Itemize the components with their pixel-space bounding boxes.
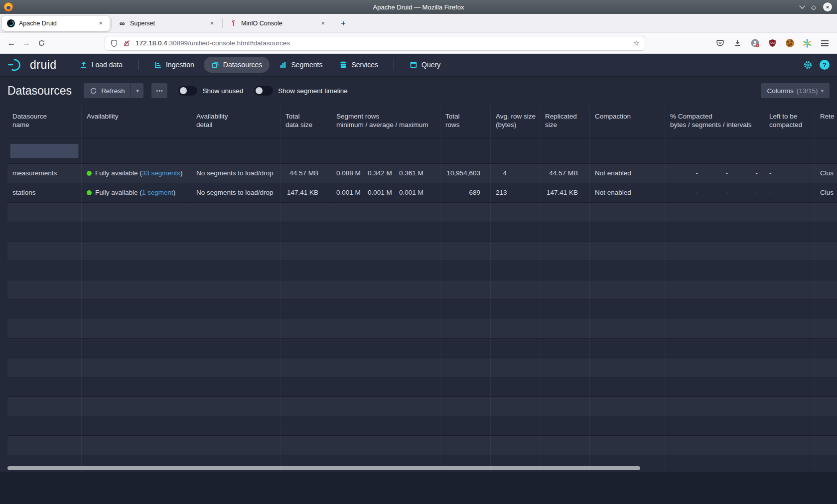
table-cell-empty [665,203,764,222]
more-actions-button[interactable]: ••• [151,83,167,98]
firefox-window: Apache Druid — Mozilla Firefox ◇ × Apach… [0,0,837,504]
column-header-compaction[interactable]: Compaction [590,106,665,138]
table-cell-empty [491,436,540,455]
tab-close-icon[interactable]: × [208,18,216,28]
table-cell-empty [665,300,764,319]
segments-link[interactable]: 33 segments [142,169,180,177]
new-tab-button[interactable]: + [338,18,349,28]
refresh-button[interactable]: Refresh [84,83,131,98]
table-cell-empty [540,319,590,338]
show-segment-timeline-toggle[interactable] [254,86,273,96]
tab-separator [111,18,112,28]
nav-item-load-data[interactable]: Load data [72,57,130,73]
help-icon[interactable]: ? [820,60,830,70]
bookmark-star-icon[interactable]: ☆ [633,39,640,48]
window-close-icon[interactable]: × [823,2,832,11]
table-cell-empty [7,300,82,319]
table-cell-empty [540,378,590,396]
column-header-pct-compacted[interactable]: % Compactedbytes / segments / intervals [665,106,764,138]
ingestion-icon [154,61,162,69]
segments-link[interactable]: 1 segment [142,189,173,196]
table-cell-empty [440,242,491,260]
load-data-icon [80,61,88,69]
column-header-availability-detail[interactable]: Availabilitydetail [191,106,280,138]
table-cell-empty [764,339,815,358]
datasource-name-filter-input[interactable] [10,143,79,158]
nav-item-datasources[interactable]: Datasources [204,57,270,73]
back-icon[interactable]: ← [4,36,19,51]
horizontal-scrollbar[interactable] [7,466,640,470]
query-icon [410,61,418,69]
druid-favicon-icon [7,19,15,27]
druid-logo[interactable]: druid [7,58,57,72]
table-cell-empty [82,222,191,241]
table-cell-empty [491,261,540,280]
table-cell-empty [191,436,280,455]
columns-count: (13/15) [797,87,818,95]
table-cell-empty [331,358,440,377]
table-cell-empty [440,378,491,396]
tab-superset[interactable]: ∞ Superset × [113,16,221,31]
table-row-empty [7,416,837,436]
table-cell-empty [815,222,837,241]
table-cell-empty [665,339,764,358]
window-maximize-icon[interactable]: ◇ [811,4,816,10]
column-header-replicated-size[interactable]: Replicatedsize [540,106,590,138]
column-header-segment-rows[interactable]: Segment rowsminimum / average / maximum [331,106,440,138]
window-minimize-icon[interactable] [799,3,805,8]
tab-apache-druid[interactable]: Apache Druid × [2,16,110,31]
column-header-retention[interactable]: Rete [815,106,837,138]
table-cell-empty [82,397,191,416]
forward-icon[interactable]: → [19,36,34,51]
columns-button[interactable]: Columns (13/15) ▾ [761,83,830,98]
columns-label: Columns [767,87,793,95]
column-header-total-rows[interactable]: Totalrows [440,106,491,138]
chevron-down-icon: ▾ [821,88,824,94]
table-cell-empty [280,242,331,260]
table-body: measurements Fully available (33 segment… [0,164,837,475]
table-cell-empty [590,300,665,319]
cell-replicated-size: 147.41 KB [540,183,590,202]
table-row-empty [7,280,837,300]
nav-item-segments[interactable]: Segments [272,57,330,73]
column-header-availability[interactable]: Availability [82,106,191,138]
reload-icon[interactable] [34,36,49,51]
settings-gear-icon[interactable] [803,60,813,70]
table-cell-empty [590,378,665,396]
url-host: 172.18.0.4 [136,39,167,47]
url-path: :30899/unified-console.html#datasources [167,39,290,47]
column-header-avg-row-size[interactable]: Avg. row size(bytes) [491,106,540,138]
pocket-icon[interactable] [714,38,725,49]
lock-slash-icon[interactable] [123,39,131,47]
table-cell-empty [82,319,191,338]
table-cell-empty [815,261,837,280]
column-header-datasource-name[interactable]: Datasourcename [7,106,82,138]
cookie-extension-icon[interactable] [784,38,795,49]
url-input[interactable]: 172.18.0.4:30899/unified-console.html#da… [105,36,645,51]
table-cell-empty [7,378,82,396]
show-unused-toggle[interactable] [178,86,197,96]
column-header-left-to-be-compacted[interactable]: Left to becompacted [764,106,815,138]
nav-item-query[interactable]: Query [402,57,448,73]
shield-icon[interactable] [110,39,118,47]
column-header-total-data-size[interactable]: Totaldata size [280,106,331,138]
ublock-icon[interactable]: UO [767,38,778,49]
tab-label: Apache Druid [19,20,57,27]
tab-minio[interactable]: MinIO Console × [224,16,332,31]
refresh-dropdown-button[interactable]: ▾ [131,83,143,98]
table-cell-empty [491,319,540,338]
multicolor-asterisk-extension-icon[interactable] [802,38,813,49]
page-title: Datasources [7,84,72,98]
tab-close-icon[interactable]: × [319,18,327,28]
table-cell-empty [7,436,82,455]
table-cell-empty [815,358,837,377]
table-row-empty [7,397,837,416]
table-row-empty [7,436,837,455]
nav-item-ingestion[interactable]: Ingestion [146,57,202,73]
menu-hamburger-icon[interactable] [819,38,830,49]
tab-close-icon[interactable]: × [97,18,105,28]
nav-item-services[interactable]: Services [332,57,386,73]
downloads-icon[interactable] [732,38,743,49]
privacy-extension-icon[interactable] [749,38,760,49]
table-cell-empty [764,203,815,222]
